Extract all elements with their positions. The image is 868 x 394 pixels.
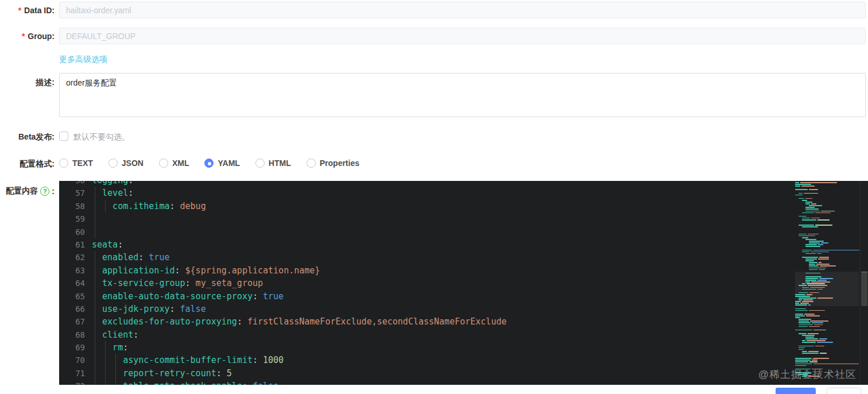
code-line-text[interactable]: rm:: [92, 341, 868, 354]
format-radio-xml[interactable]: XML: [159, 159, 189, 168]
code-line[interactable]: 72 table-meta-check-enable: false: [59, 380, 868, 385]
line-number: 68: [59, 329, 85, 341]
line-number: 69: [59, 341, 85, 354]
code-line-text[interactable]: [92, 213, 868, 225]
minimap-line: [795, 191, 859, 192]
minimap-line: [799, 346, 859, 347]
minimap-line: [795, 356, 859, 357]
code-line-text[interactable]: async-commit-buffer-limit: 1000: [92, 354, 868, 366]
format-radio-text[interactable]: TEXT: [59, 159, 93, 168]
indent-guide: [95, 277, 95, 289]
minimap-line: [795, 361, 859, 362]
minimap-line: [795, 354, 859, 356]
minimap-line: [795, 307, 859, 308]
code-line[interactable]: 59: [59, 213, 868, 225]
code-line-text[interactable]: [92, 226, 868, 238]
radio-icon[interactable]: [108, 159, 118, 168]
minimap-line: [795, 358, 859, 359]
minimap-line: [805, 338, 859, 339]
radio-icon[interactable]: [255, 159, 265, 168]
format-radio-group: TEXTJSONXMLYAMLHTMLProperties: [59, 159, 359, 168]
minimap-line: [799, 225, 859, 226]
minimap-line: [799, 216, 859, 217]
format-radio-label: Properties: [320, 159, 359, 168]
line-number: 58: [59, 200, 85, 213]
radio-icon[interactable]: [159, 159, 168, 168]
code-line-text[interactable]: enabled: true: [92, 251, 868, 264]
group-input[interactable]: [59, 28, 866, 44]
more-advanced-options-link[interactable]: 更多高级选项: [59, 55, 107, 65]
indent-guide: [105, 367, 106, 380]
description-textarea[interactable]: [59, 73, 866, 117]
code-line[interactable]: 58 com.itheima: debug: [59, 200, 868, 213]
radio-icon[interactable]: [204, 159, 214, 168]
code-line[interactable]: 63 application-id: ${spring.application.…: [59, 264, 868, 277]
minimap-line: [795, 214, 859, 215]
code-line-text[interactable]: application-id: ${spring.application.nam…: [92, 264, 868, 277]
line-number: 67: [59, 315, 85, 328]
minimap-line: [795, 186, 859, 187]
minimap-line: [799, 347, 859, 349]
code-line-text[interactable]: level:: [92, 187, 868, 199]
minimap-line: [795, 184, 859, 185]
code-line[interactable]: 69 rm:: [59, 341, 868, 354]
line-number: 65: [59, 290, 85, 303]
radio-icon[interactable]: [59, 159, 68, 168]
code-line-text[interactable]: com.itheima: debug: [92, 200, 868, 213]
code-line-text[interactable]: use-jdk-proxy: false: [92, 303, 868, 315]
code-line[interactable]: 71 report-retry-count: 5: [59, 367, 868, 380]
beta-checkbox-hint: 默认不要勾选。: [73, 132, 130, 142]
format-label: 配置格式:: [0, 159, 55, 169]
indent-guide: [95, 226, 95, 238]
editor-scrollbar[interactable]: [860, 181, 868, 385]
code-line[interactable]: 67 excludes-for-auto-proxying: firstClas…: [59, 315, 868, 328]
code-line[interactable]: 66 use-jdk-proxy: false: [59, 303, 868, 315]
code-line-text[interactable]: logging:: [92, 181, 868, 187]
format-radio-properties[interactable]: Properties: [307, 159, 359, 168]
code-area[interactable]: 56logging:57 level:58 com.itheima: debug…: [59, 181, 868, 385]
code-line-text[interactable]: client:: [92, 329, 868, 341]
primary-action-button[interactable]: [776, 388, 816, 394]
data-id-input[interactable]: [59, 2, 866, 18]
code-line-text[interactable]: table-meta-check-enable: false: [92, 380, 868, 385]
code-line[interactable]: 56logging:: [59, 181, 868, 187]
format-radio-json[interactable]: JSON: [108, 159, 144, 168]
minimap-line: [795, 255, 859, 256]
minimap-line: [799, 198, 859, 199]
code-line-text[interactable]: enable-auto-data-source-proxy: true: [92, 290, 868, 303]
code-line[interactable]: 61seata:: [59, 238, 868, 251]
format-radio-yaml[interactable]: YAML: [204, 159, 239, 168]
minimap-line: [802, 218, 859, 219]
question-circle-icon[interactable]: ?: [40, 187, 49, 196]
editor-scrollbar-thumb[interactable]: [861, 272, 867, 306]
nacos-config-edit-page: * Data ID: * Group: 更多高级选项 描述: Beta发布: 默…: [0, 0, 868, 394]
data-id-label: * Data ID:: [0, 6, 55, 15]
code-line[interactable]: 65 enable-auto-data-source-proxy: true: [59, 290, 868, 303]
code-line-text[interactable]: excludes-for-auto-proxying: firstClassNa…: [92, 315, 868, 328]
yaml-code-editor[interactable]: 56logging:57 level:58 com.itheima: debug…: [59, 181, 868, 385]
indent-guide: [105, 200, 106, 213]
watermark: @稀土掘金技术社区: [758, 368, 857, 381]
minimap-line: [809, 241, 859, 242]
code-line-text[interactable]: seata:: [92, 238, 868, 251]
line-number: 64: [59, 277, 85, 289]
code-line[interactable]: 68 client:: [59, 329, 868, 341]
code-line[interactable]: 70 async-commit-buffer-limit: 1000: [59, 354, 868, 366]
code-line[interactable]: 62 enabled: true: [59, 251, 868, 264]
code-line-text[interactable]: report-retry-count: 5: [92, 367, 868, 380]
minimap-line: [802, 200, 859, 201]
minimap-line: [795, 344, 859, 345]
indent-guide: [115, 367, 116, 380]
format-radio-html[interactable]: HTML: [255, 159, 291, 168]
code-line[interactable]: 60: [59, 226, 868, 238]
code-line[interactable]: 57 level:: [59, 187, 868, 199]
minimap-line: [795, 314, 859, 315]
minimap-line: [799, 234, 859, 235]
radio-icon[interactable]: [307, 159, 316, 168]
secondary-action-button[interactable]: [827, 388, 861, 394]
beta-checkbox[interactable]: [59, 132, 68, 141]
minimap-line: [809, 262, 859, 263]
code-line-text[interactable]: tx-service-group: my_seta_group: [92, 277, 868, 289]
code-line[interactable]: 64 tx-service-group: my_seta_group: [59, 277, 868, 289]
minimap-viewport-slider[interactable]: [795, 272, 859, 306]
